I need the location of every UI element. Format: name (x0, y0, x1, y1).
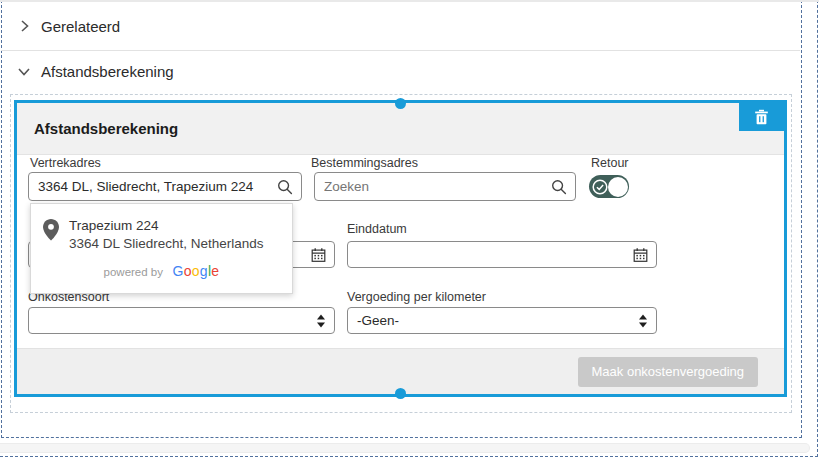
check-icon (592, 179, 608, 195)
vertrekadres-input[interactable] (29, 173, 301, 200)
accordion-afstandsberekening[interactable]: Afstandsberekening (0, 52, 800, 90)
selection-handle-top[interactable] (395, 98, 406, 109)
delete-widget-button[interactable] (739, 103, 784, 131)
chevron-right-icon (16, 19, 32, 33)
accordion-afstandsberekening-label: Afstandsberekening (41, 63, 174, 80)
map-pin-icon (43, 219, 59, 241)
vertrekadres-label: Vertrekadres (30, 156, 101, 170)
vergoeding-value: -Geen- (348, 313, 399, 328)
autocomplete-text: Trapezium 224 3364 DL Sliedrecht, Nether… (69, 217, 264, 253)
autocomplete-item[interactable]: Trapezium 224 3364 DL Sliedrecht, Nether… (31, 204, 292, 253)
vergoeding-label: Vergoeding per kilometer (347, 290, 486, 304)
afstandsberekening-widget[interactable]: Afstandsberekening Vertrekadres Bestemmi… (14, 100, 787, 397)
einddatum-field[interactable] (347, 241, 657, 268)
bottom-panel (0, 443, 810, 453)
search-icon (277, 179, 293, 195)
spinner-icon[interactable] (639, 314, 647, 327)
vertrekadres-field[interactable] (28, 172, 302, 201)
widget-header: Afstandsberekening (17, 103, 784, 155)
maak-onkostenvergoeding-button[interactable]: Maak onkostenvergoeding (578, 357, 759, 387)
section-divider (1, 50, 800, 51)
calendar-icon (311, 247, 326, 262)
spinner-icon[interactable] (317, 314, 325, 327)
widget-title: Afstandsberekening (34, 120, 178, 137)
autocomplete-main-text: Trapezium 224 (69, 217, 264, 235)
top-divider (0, 0, 819, 2)
bestemmingsadres-input[interactable] (315, 173, 575, 200)
accordion-gerelateerd[interactable]: Gerelateerd (0, 4, 800, 48)
powered-by-text: powered by (104, 266, 163, 278)
vergoeding-select[interactable]: -Geen- (347, 307, 657, 334)
toggle-knob (608, 177, 628, 197)
retour-toggle[interactable] (589, 175, 629, 198)
google-logo: Google (172, 263, 219, 279)
retour-label: Retour (591, 156, 629, 170)
calendar-icon (633, 247, 648, 262)
search-icon (551, 179, 567, 195)
autocomplete-secondary-text: 3364 DL Sliedrecht, Netherlands (69, 235, 264, 253)
onkostensoort-select[interactable] (28, 307, 335, 334)
bestemmingsadres-label: Bestemmingsadres (311, 156, 418, 170)
autocomplete-dropdown: Trapezium 224 3364 DL Sliedrecht, Nether… (30, 203, 293, 294)
trash-icon (754, 109, 769, 125)
accordion-gerelateerd-label: Gerelateerd (41, 18, 120, 35)
powered-by-google: powered by Google (31, 262, 292, 280)
bestemmingsadres-field[interactable] (314, 172, 576, 201)
selection-handle-bottom[interactable] (395, 388, 406, 399)
chevron-down-icon (16, 66, 32, 77)
einddatum-label: Einddatum (347, 222, 407, 236)
